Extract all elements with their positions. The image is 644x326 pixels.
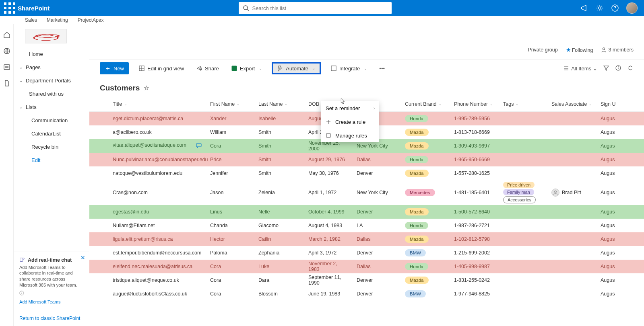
table-row[interactable]: Nunc.pulvinar.arcu@conubianostraper.eduP… — [89, 153, 644, 166]
cell-title[interactable]: Nunc.pulvinar.arcu@conubianostraper.edu — [109, 157, 206, 162]
cell-lastname: Smith — [254, 170, 304, 176]
col-title[interactable]: Title⌄ — [109, 101, 206, 107]
col-firstname[interactable]: First Name⌄ — [206, 101, 254, 107]
promo-link[interactable]: Add Microsoft Teams — [19, 299, 61, 304]
nav-home[interactable]: Home — [14, 47, 89, 61]
svg-rect-7 — [8, 11, 11, 14]
nav-recyclebin[interactable]: Recycle bin — [14, 140, 89, 154]
cell-sign: Augus — [597, 129, 637, 135]
nav-edit[interactable]: Edit — [14, 154, 89, 167]
svg-rect-0 — [4, 2, 6, 5]
col-lastname[interactable]: Last Name⌄ — [254, 101, 304, 107]
cell-title[interactable]: eleifend.nec.malesuada@atrisus.ca — [109, 264, 206, 269]
members-link[interactable]: 3 members — [601, 47, 634, 53]
close-icon[interactable]: ✕ — [80, 254, 85, 261]
filter-icon[interactable] — [603, 65, 609, 72]
automate-button[interactable]: Automate⌄ — [272, 62, 321, 74]
cell-office: Denver — [353, 209, 401, 215]
cell-title[interactable]: egestas@in.edu — [109, 209, 206, 215]
col-sign[interactable]: Sign U — [597, 101, 637, 107]
home-rail-icon[interactable] — [3, 31, 10, 39]
app-launcher-icon[interactable] — [3, 2, 16, 14]
table-row[interactable]: egestas@in.eduLinusNelleOctober 4, 1999D… — [89, 205, 644, 219]
app-rail — [0, 24, 14, 326]
cell-title[interactable]: Cras@non.com — [109, 190, 206, 195]
create-rule-item[interactable]: Create a rule — [321, 115, 379, 129]
cell-title[interactable]: tristique.aliquet@neque.co.uk — [109, 277, 206, 283]
cell-title[interactable]: natoque@vestibulumlorem.edu — [109, 170, 206, 176]
cell-title[interactable]: eget.dictum.placerat@mattis.ca — [109, 116, 206, 121]
hub-nav-link[interactable]: Marketing — [47, 17, 68, 23]
files-rail-icon[interactable] — [3, 80, 10, 87]
new-button[interactable]: ＋New — [100, 62, 129, 74]
export-button[interactable]: Export⌄ — [229, 62, 265, 74]
cell-title[interactable]: vitae.aliquet@sociisnatoque.com — [109, 142, 206, 150]
col-tags[interactable]: Tags⌄ — [499, 101, 547, 107]
table-row[interactable]: tristique.aliquet@neque.co.ukCoraDaraSep… — [89, 273, 644, 287]
table-row[interactable]: augue@luctuslobortisClass.co.ukCoraBloss… — [89, 287, 644, 301]
nav-calendarlist[interactable]: CalendarList — [14, 127, 89, 140]
edit-grid-button[interactable]: Edit in grid view — [136, 62, 186, 74]
cell-sign: Augus — [597, 116, 637, 121]
cell-sign: Augus — [597, 143, 637, 149]
suite-bar: SharePoint — [0, 0, 644, 16]
manage-rules-item[interactable]: Manage rules — [321, 129, 379, 142]
app-name[interactable]: SharePoint — [18, 5, 50, 12]
search-input[interactable] — [252, 5, 388, 11]
news-rail-icon[interactable] — [3, 64, 10, 71]
cell-title[interactable]: a@aclibero.co.uk — [109, 129, 206, 135]
return-classic-link[interactable]: Return to classic SharePoint — [19, 316, 84, 321]
cell-office: Dallas — [353, 264, 401, 269]
table-row[interactable]: ligula.elit.pretium@risus.caHectorCailin… — [89, 232, 644, 246]
info-icon[interactable] — [19, 291, 24, 295]
globe-rail-icon[interactable] — [3, 47, 10, 55]
cell-lastname: Isabelle — [254, 116, 304, 121]
cell-office: Dallas — [353, 157, 401, 162]
user-avatar[interactable] — [626, 2, 638, 14]
teams-promo: ✕ Add real-time chat Add Microsoft Teams… — [14, 252, 89, 326]
hub-nav-link[interactable]: ProjectApex — [78, 17, 104, 23]
following-toggle[interactable]: ★Following — [566, 47, 593, 53]
col-phone[interactable]: Phone Number⌄ — [450, 101, 499, 107]
view-selector[interactable]: All Items⌄ — [563, 65, 597, 72]
nav-lists[interactable]: ⌄Lists — [14, 100, 89, 114]
cell-title[interactable]: ligula.elit.pretium@risus.ca — [109, 236, 206, 242]
person-chip[interactable]: Brad Pitt — [551, 189, 592, 197]
nav-pages[interactable]: ⌄Pages — [14, 61, 89, 74]
table-row[interactable]: Nullam@Etiam.netChandaGiacomoAugust 4, 1… — [89, 219, 644, 232]
info-pane-icon[interactable] — [615, 65, 621, 72]
cell-title[interactable]: Nullam@Etiam.net — [109, 223, 206, 228]
set-reminder-item[interactable]: Set a reminder› — [321, 101, 379, 115]
nav-shared[interactable]: Shared with us — [14, 87, 89, 100]
comment-icon[interactable] — [196, 142, 202, 150]
col-assoc[interactable]: Sales Associate⌄ — [547, 101, 597, 107]
table-row[interactable]: natoque@vestibulumlorem.eduJenniferSmith… — [89, 166, 644, 180]
megaphone-icon[interactable] — [580, 4, 588, 12]
integrate-button[interactable]: Integrate⌄ — [328, 62, 369, 74]
cell-phone: 1-813-718-6669 — [450, 129, 499, 135]
table-row[interactable]: Cras@non.comJasonZeleniaApril 1, 1972New… — [89, 180, 644, 205]
hub-nav-link[interactable]: Sales — [25, 17, 37, 23]
search-box[interactable] — [239, 2, 392, 14]
col-brand[interactable]: Current Brand⌄ — [401, 101, 450, 107]
cell-phone: 1-102-812-5798 — [450, 236, 499, 242]
cell-office: Denver — [353, 250, 401, 256]
table-row[interactable]: eleifend.nec.malesuada@atrisus.caCoraLuk… — [89, 260, 644, 273]
settings-gear-icon[interactable] — [596, 4, 604, 12]
more-button[interactable]: ••• — [377, 62, 387, 74]
share-button[interactable]: Share — [194, 62, 221, 74]
expand-icon[interactable] — [627, 65, 634, 72]
nav-communication[interactable]: Communication — [14, 114, 89, 127]
cell-firstname: Chanda — [206, 223, 254, 228]
site-logo[interactable] — [25, 29, 67, 43]
cell-dob: April 1, 1972 — [304, 190, 353, 195]
help-icon[interactable] — [611, 4, 619, 12]
table-row[interactable]: est.tempor.bibendum@neccursusa.comPaloma… — [89, 246, 644, 260]
favorite-star-icon[interactable]: ☆ — [144, 84, 149, 92]
search-icon — [243, 5, 249, 11]
nav-dept-portals[interactable]: ⌄Department Portals — [14, 74, 89, 87]
promo-title: Add real-time chat — [19, 257, 84, 263]
cell-title[interactable]: est.tempor.bibendum@neccursusa.com — [109, 250, 206, 256]
cell-assoc: Brad Pitt — [547, 189, 597, 197]
cell-title[interactable]: augue@luctuslobortisClass.co.uk — [109, 291, 206, 297]
